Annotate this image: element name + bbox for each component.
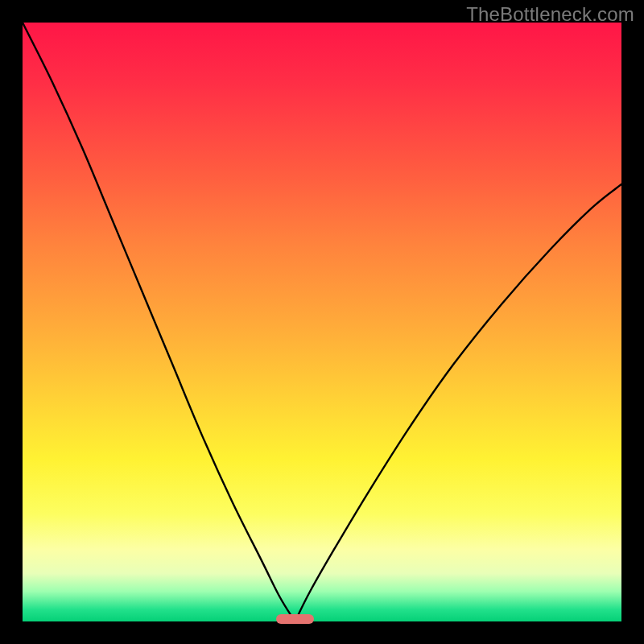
chart-frame: TheBottleneck.com [0, 0, 644, 644]
bottleneck-curve [23, 23, 621, 621]
watermark-text: TheBottleneck.com [466, 3, 634, 26]
curve-left-branch [23, 23, 295, 621]
plot-area [23, 23, 621, 621]
optimum-marker [276, 614, 313, 624]
curve-right-branch [295, 184, 621, 621]
